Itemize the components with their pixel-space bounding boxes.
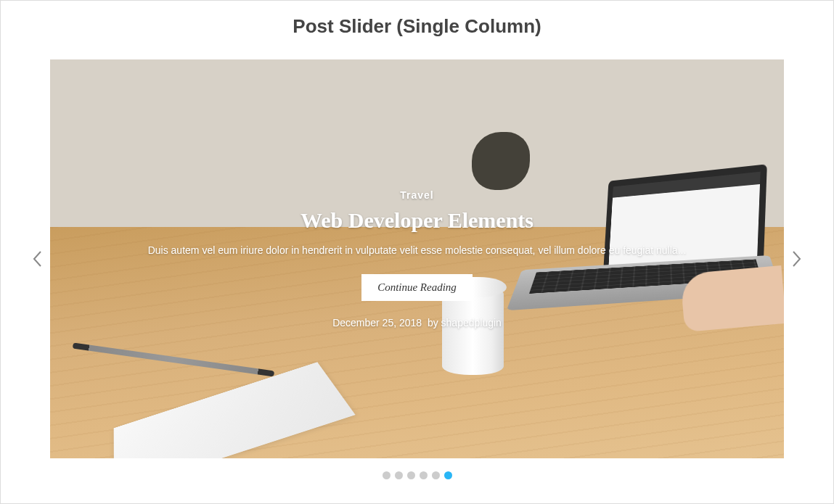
chevron-right-icon xyxy=(792,250,802,268)
continue-reading-button[interactable]: Continue Reading xyxy=(361,274,473,301)
pagination-dot-2[interactable] xyxy=(395,471,403,479)
post-category[interactable]: Travel xyxy=(148,189,687,201)
slide-overlay: Travel Web Developer Elements Duis autem… xyxy=(90,189,745,329)
pagination-dots xyxy=(30,471,804,479)
pagination-dot-3[interactable] xyxy=(407,471,415,479)
post-meta: December 25, 2018 by shapedplugin xyxy=(148,317,687,329)
post-title[interactable]: Web Developer Elements xyxy=(148,208,687,233)
next-arrow[interactable] xyxy=(790,244,804,273)
pagination-dot-1[interactable] xyxy=(383,471,391,479)
by-label: by xyxy=(428,317,438,329)
pagination-dot-5[interactable] xyxy=(432,471,440,479)
pagination-dot-4[interactable] xyxy=(420,471,428,479)
post-author[interactable]: shapedplugin xyxy=(441,317,502,329)
chevron-left-icon xyxy=(32,250,42,268)
post-date: December 25, 2018 xyxy=(332,317,422,329)
post-excerpt: Duis autem vel eum iriure dolor in hendr… xyxy=(148,243,687,258)
slider-wrapper: Travel Web Developer Elements Duis autem… xyxy=(30,59,804,458)
slider-container: Post Slider (Single Column) xyxy=(0,0,834,504)
section-title: Post Slider (Single Column) xyxy=(30,15,804,38)
slide: Travel Web Developer Elements Duis autem… xyxy=(50,59,784,458)
prev-arrow[interactable] xyxy=(30,244,44,273)
pagination-dot-6[interactable] xyxy=(444,471,452,479)
